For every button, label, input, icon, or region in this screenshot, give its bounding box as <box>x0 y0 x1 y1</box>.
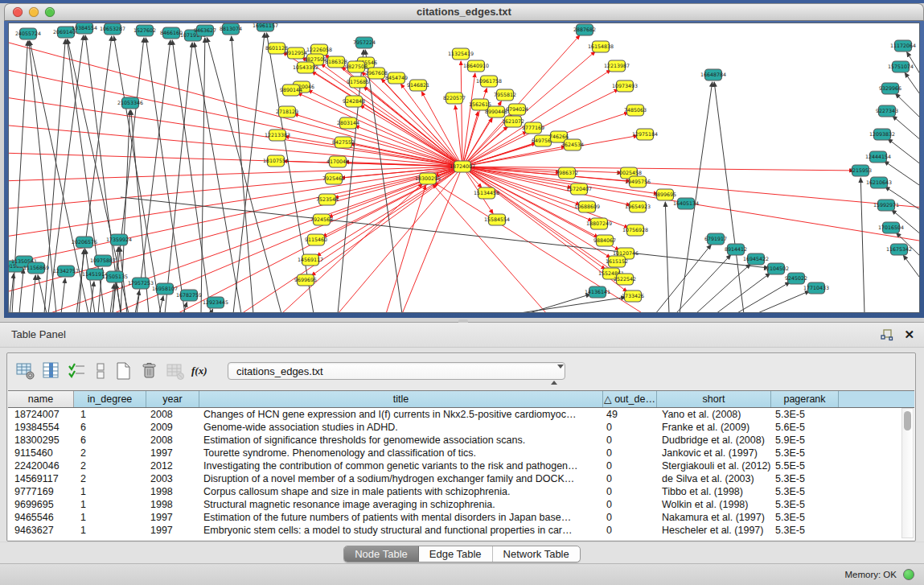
tab-edge-table[interactable]: Edge Table <box>419 546 493 562</box>
network-node[interactable]: 14569117 <box>298 254 323 266</box>
network-node[interactable]: 2522542 <box>614 274 636 285</box>
network-node[interactable]: 3624534 <box>561 139 584 150</box>
table-row[interactable]: 1456911722003Disruption of a novel membe… <box>8 472 914 485</box>
network-node[interactable]: 15584554 <box>484 214 510 225</box>
network-node[interactable]: 11172064 <box>890 40 916 51</box>
table-selector-dropdown[interactable]: citations_edges.txt <box>228 362 565 380</box>
network-node[interactable]: 10653287 <box>100 23 125 35</box>
table-row[interactable]: 2242004622012Investigating the contribut… <box>8 459 914 472</box>
network-node[interactable]: 15720407 <box>566 183 592 195</box>
network-node[interactable]: 12093832 <box>869 129 895 140</box>
network-node[interactable]: 11675342 <box>886 244 912 255</box>
network-node[interactable]: 9899695 <box>654 189 676 200</box>
network-node[interactable]: 16782759 <box>176 290 202 301</box>
table-row[interactable]: 1830029562008Estimation of significance … <box>8 434 914 447</box>
close-window-button[interactable] <box>13 7 23 17</box>
network-node[interactable]: 18807249 <box>586 218 612 229</box>
network-node[interactable]: 9146821 <box>407 80 429 91</box>
network-node[interactable]: 8454749 <box>385 72 408 84</box>
network-node[interactable]: 6791917 <box>704 233 727 245</box>
network-node[interactable]: 16945422 <box>743 253 769 265</box>
table-row[interactable]: 946554611997Estimation of the future num… <box>8 511 914 524</box>
network-node[interactable]: 16958107 <box>152 283 178 295</box>
network-node[interactable]: 18107554 <box>263 155 289 167</box>
network-node[interactable]: 16405134 <box>673 198 699 209</box>
network-node[interactable]: 10543392 <box>293 62 318 73</box>
selection-mode-icon[interactable] <box>67 360 88 381</box>
network-node[interactable]: 9245022 <box>785 273 807 284</box>
column-header-name[interactable]: name <box>8 391 74 407</box>
rows-icon[interactable] <box>92 360 109 381</box>
network-node[interactable]: 10961758 <box>476 76 502 87</box>
network-node[interactable]: 16648784 <box>700 69 726 80</box>
network-node[interactable]: 12444154 <box>865 151 891 163</box>
network-node[interactable]: 8220577 <box>443 93 466 104</box>
network-node[interactable]: 17016504 <box>878 222 904 233</box>
table-scrollbar[interactable] <box>901 408 914 538</box>
network-graph[interactable]: 8601128891295412226058982750994655461054… <box>9 23 919 312</box>
network-node[interactable]: 7485063 <box>624 105 647 116</box>
network-node[interactable]: 7925462 <box>322 173 345 184</box>
column-options-icon[interactable] <box>41 360 62 381</box>
tab-node-table[interactable]: Node Table <box>344 546 419 562</box>
network-node[interactable]: 8466160 <box>160 27 183 39</box>
network-node[interactable]: 8914412 <box>725 244 747 255</box>
network-node[interactable]: 9777169 <box>522 122 544 134</box>
network-node[interactable]: 6794024 <box>506 104 528 115</box>
window-titlebar[interactable]: citations_edges.txt <box>4 3 924 21</box>
column-header-out_degree[interactable]: △ out_de… <box>603 391 657 407</box>
network-node[interactable]: 9329966 <box>879 83 901 94</box>
tab-network-table[interactable]: Network Table <box>493 546 580 562</box>
network-node[interactable]: 10688609 <box>574 201 600 212</box>
new-document-icon[interactable] <box>113 360 134 381</box>
network-node[interactable]: 9463627 <box>194 25 216 36</box>
network-node[interactable]: 7957224 <box>353 37 376 48</box>
network-node[interactable]: 8215953 <box>849 165 872 176</box>
network-node[interactable]: 4170044 <box>326 156 349 167</box>
network-node[interactable]: 12975184 <box>632 129 658 140</box>
network-node[interactable]: 7924563 <box>310 214 333 225</box>
network-node[interactable]: 10975887 <box>90 255 116 266</box>
network-canvas[interactable]: 8601128891295412226058982750994655461054… <box>9 23 919 312</box>
network-node[interactable]: 12342757 <box>53 266 79 277</box>
network-node[interactable]: 1615152 <box>606 256 628 267</box>
network-node[interactable]: 1527602 <box>133 25 156 36</box>
table-row[interactable]: 969969511998Structural magnetic resonanc… <box>8 498 914 511</box>
network-node[interactable]: 12505135 <box>102 271 128 282</box>
table-scrollbar-thumb[interactable] <box>904 411 911 431</box>
table-row[interactable]: 977716911998Corpus callosum shape and si… <box>8 485 914 498</box>
network-node[interactable]: 11325419 <box>448 48 474 60</box>
network-node[interactable]: 9884067 <box>593 235 616 246</box>
function-builder-icon[interactable]: f(x) <box>191 360 211 381</box>
network-node[interactable]: 2967608 <box>365 68 388 79</box>
network-node[interactable]: 19495756 <box>625 176 651 187</box>
table-options-icon[interactable] <box>15 360 36 381</box>
network-node[interactable]: 16210643 <box>866 177 892 188</box>
network-node[interactable]: 9827508 <box>345 61 368 72</box>
network-node[interactable]: 9242848 <box>343 96 365 107</box>
network-node[interactable]: 7986372 <box>556 167 578 179</box>
network-node[interactable]: 21053346 <box>117 97 143 109</box>
table-row[interactable]: 1938455462009Genome-wide association stu… <box>8 421 914 434</box>
float-panel-icon[interactable] <box>881 328 893 341</box>
network-node[interactable]: 15134458 <box>474 187 499 199</box>
network-node[interactable]: 8427552 <box>332 137 355 148</box>
table-row[interactable]: 946362711997Embryonic stem cells: a mode… <box>8 524 914 537</box>
network-node[interactable]: 17957253 <box>128 278 154 289</box>
minimize-window-button[interactable] <box>29 7 39 17</box>
network-node[interactable]: 10973493 <box>612 80 638 92</box>
column-header-in_degree[interactable]: in_degree <box>74 391 146 407</box>
table-row[interactable]: 1872400712008Changes of HCN gene express… <box>8 408 914 421</box>
network-node[interactable]: 12923445 <box>203 297 228 308</box>
network-node[interactable]: 2718129 <box>276 106 298 117</box>
network-node[interactable]: 8186328 <box>325 56 347 68</box>
network-node[interactable]: 12104502 <box>763 263 789 274</box>
memory-status-indicator[interactable] <box>903 569 914 580</box>
table-row[interactable]: 911546021997Tourette syndrome. Phenomeno… <box>8 447 914 459</box>
network-node[interactable]: 16961157 <box>253 23 278 31</box>
network-node[interactable]: 8813074 <box>220 23 242 35</box>
network-node[interactable]: 9175685 <box>347 76 369 88</box>
network-node[interactable]: 15992971 <box>873 200 899 211</box>
network-node[interactable]: 16154838 <box>588 41 614 52</box>
zoom-window-button[interactable] <box>45 7 55 17</box>
